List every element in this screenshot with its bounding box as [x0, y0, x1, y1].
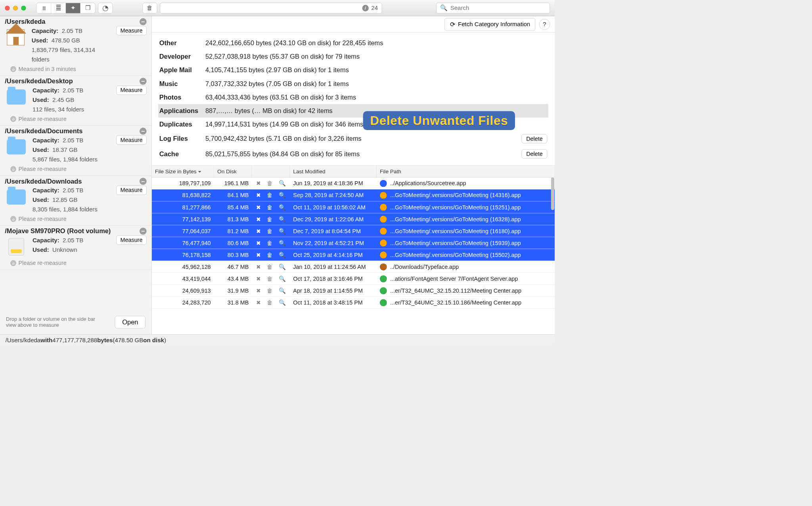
remove-icon[interactable]	[256, 264, 261, 270]
category-row[interactable]: Music 7,037,732,332 bytes (7.05 GB on di…	[158, 77, 548, 90]
table-row[interactable]: 189,797,109 196.1 MB Jun 19, 2019 at 4:1…	[152, 178, 555, 190]
category-row[interactable]: Log Files 5,700,942,432 bytes (5.71 GB o…	[158, 131, 548, 146]
remove-volume-button[interactable]: –	[140, 228, 147, 235]
pie-chart-button[interactable]	[98, 2, 113, 13]
help-button[interactable]: ?	[539, 19, 550, 29]
view-list-button[interactable]	[51, 3, 66, 13]
table-row[interactable]: 77,142,139 81.3 MB Dec 29, 2019 at 1:22:…	[152, 213, 555, 225]
table-row[interactable]: 81,277,866 85.4 MB Oct 11, 2019 at 10:56…	[152, 201, 555, 213]
cell-path: ../Downloads/Typeface.app	[377, 263, 555, 270]
table-row[interactable]: 24,283,720 31.8 MB Oct 11, 2018 at 3:48:…	[152, 297, 555, 309]
category-row[interactable]: Developer 52,527,038,918 bytes (55.37 GB…	[158, 50, 548, 63]
measure-button[interactable]: Measure	[116, 26, 146, 35]
view-columns-button[interactable]	[36, 3, 51, 13]
delete-category-button[interactable]: Delete	[522, 134, 548, 143]
reveal-icon[interactable]	[279, 299, 286, 306]
remove-icon[interactable]	[256, 180, 261, 186]
remove-icon[interactable]	[256, 192, 261, 198]
remove-icon[interactable]	[256, 240, 261, 246]
reveal-icon[interactable]	[279, 216, 286, 222]
reveal-icon[interactable]	[279, 204, 286, 210]
table-row[interactable]: 45,962,128 46.7 MB Jan 10, 2019 at 11:24…	[152, 261, 555, 273]
category-row[interactable]: Cache 85,021,575,855 bytes (84.84 GB on …	[158, 146, 548, 161]
cell-disk: 46.7 MB	[214, 264, 252, 270]
scrollbar[interactable]	[550, 178, 554, 335]
cell-size: 43,419,044	[152, 276, 214, 282]
category-row[interactable]: Other 242,602,166,650 bytes (243.10 GB o…	[158, 36, 548, 50]
remove-icon[interactable]	[256, 251, 261, 258]
remove-icon[interactable]	[256, 228, 261, 234]
trash-button[interactable]	[142, 2, 157, 13]
reveal-icon[interactable]	[279, 180, 286, 186]
fetch-category-button[interactable]: Fetch Category Information	[445, 18, 536, 30]
open-button[interactable]: Open	[115, 316, 146, 328]
measure-button[interactable]: Measure	[116, 86, 146, 95]
cell-path: ...GoToMeeting/.versions/GoToMeeting (15…	[377, 203, 555, 211]
category-row[interactable]: Apple Mail 4,105,741,155 bytes (2.97 GB …	[158, 63, 548, 77]
trash-icon[interactable]	[267, 240, 272, 246]
trash-icon[interactable]	[267, 180, 272, 186]
sidebar-volume[interactable]: /Users/kdeda – Capacity: 2.05 TB Used: 4…	[0, 16, 151, 76]
reveal-icon[interactable]	[279, 276, 286, 282]
reveal-icon[interactable]	[279, 192, 286, 198]
remove-icon[interactable]	[256, 276, 261, 282]
col-date[interactable]: Last Modified	[290, 165, 377, 177]
reveal-icon[interactable]	[279, 251, 286, 258]
reveal-icon[interactable]	[279, 240, 286, 246]
remove-icon[interactable]	[256, 204, 261, 210]
reveal-icon[interactable]	[279, 288, 286, 294]
cell-size: 81,277,866	[152, 204, 214, 210]
cell-actions	[252, 251, 290, 258]
remove-volume-button[interactable]: –	[140, 78, 147, 85]
view-clean-button[interactable]	[66, 3, 80, 13]
reveal-icon[interactable]	[279, 228, 286, 234]
trash-icon[interactable]	[267, 228, 272, 234]
trash-icon[interactable]	[267, 276, 272, 282]
category-label: Apple Mail	[159, 66, 205, 74]
measure-button[interactable]: Measure	[116, 236, 146, 245]
sidebar-volume[interactable]: /Mojave SM970PRO (Root volume) – Capacit…	[0, 226, 151, 270]
trash-icon[interactable]	[267, 299, 272, 306]
col-disk[interactable]: On Disk	[214, 165, 252, 177]
cell-date: Nov 22, 2019 at 4:52:21 PM	[290, 240, 377, 246]
zoom-window[interactable]	[21, 6, 26, 10]
view-stack-button[interactable]	[80, 3, 95, 13]
table-row[interactable]: 43,419,044 43.4 MB Oct 17, 2018 at 3:16:…	[152, 273, 555, 285]
delete-category-button[interactable]: Delete	[522, 149, 548, 158]
magnifier-icon: ⌕	[10, 166, 16, 172]
table-row[interactable]: 24,609,913 31.9 MB Apr 18, 2019 at 1:14:…	[152, 285, 555, 297]
category-row[interactable]: Photos 63,404,333,436 bytes (63.51 GB on…	[158, 90, 548, 104]
trash-icon[interactable]	[267, 288, 272, 294]
remove-volume-button[interactable]: –	[140, 128, 147, 135]
trash-icon[interactable]	[267, 192, 272, 198]
trash-icon[interactable]	[267, 251, 272, 258]
window-controls	[5, 6, 26, 10]
sidebar-volume[interactable]: /Users/kdeda/Desktop – Capacity: 2.05 TB…	[0, 76, 151, 126]
volume-path: /Users/kdeda/Documents	[5, 127, 82, 135]
minimize-window[interactable]	[13, 6, 18, 10]
remove-icon[interactable]	[256, 288, 261, 294]
measure-button[interactable]: Measure	[116, 136, 146, 145]
close-window[interactable]	[5, 6, 10, 10]
remove-icon[interactable]	[256, 299, 261, 306]
search-field[interactable]	[436, 2, 550, 13]
measure-button[interactable]: Measure	[116, 186, 146, 195]
col-path[interactable]: File Path	[377, 165, 555, 177]
remove-volume-button[interactable]: –	[140, 178, 147, 185]
sidebar-volume[interactable]: /Users/kdeda/Downloads – Capacity: 2.05 …	[0, 176, 151, 226]
info-bar: i 24	[160, 2, 382, 13]
col-size[interactable]: File Size in Bytes	[152, 165, 214, 177]
table-row[interactable]: 81,638,822 84.1 MB Sep 28, 2019 at 7:24:…	[152, 190, 555, 201]
volume-note: ⌕Please re-measure	[0, 115, 151, 125]
table-row[interactable]: 77,064,037 81.2 MB Dec 7, 2019 at 8:04:5…	[152, 225, 555, 237]
table-row[interactable]: 76,477,940 80.6 MB Nov 22, 2019 at 4:52:…	[152, 237, 555, 249]
trash-icon[interactable]	[267, 264, 272, 270]
sidebar-volume[interactable]: /Users/kdeda/Documents – Capacity: 2.05 …	[0, 126, 151, 176]
remove-icon[interactable]	[256, 216, 261, 222]
search-input[interactable]	[450, 4, 546, 12]
remove-volume-button[interactable]: –	[140, 18, 147, 25]
trash-icon[interactable]	[267, 216, 272, 222]
trash-icon[interactable]	[267, 204, 272, 210]
table-row[interactable]: 76,178,158 80.3 MB Oct 25, 2019 at 4:14:…	[152, 249, 555, 261]
reveal-icon[interactable]	[279, 264, 286, 270]
